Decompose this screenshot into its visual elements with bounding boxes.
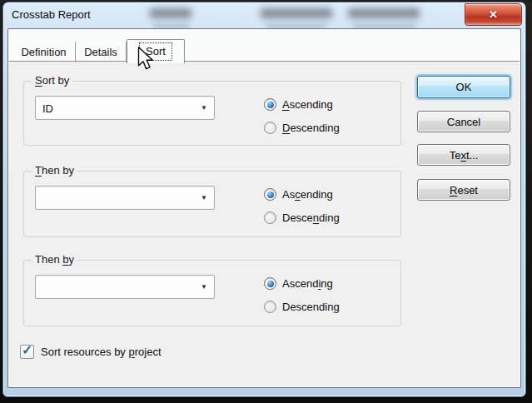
dropdown-arrow-icon[interactable]: ▼ xyxy=(201,104,207,111)
title-bar[interactable]: Crosstab Report xyxy=(3,2,525,27)
ok-button[interactable]: OK xyxy=(417,76,510,98)
radio-unselected-icon[interactable] xyxy=(264,301,276,313)
then-by-1-ascending-radio[interactable]: Ascending xyxy=(264,188,333,201)
mouse-cursor-icon xyxy=(137,47,155,72)
close-button[interactable]: ✕ xyxy=(465,3,522,26)
sort-by-legend: Sort by xyxy=(32,74,72,87)
then-by-combobox-1[interactable]: ▼ xyxy=(35,186,215,210)
sort-by-combobox[interactable]: ID ▼ xyxy=(35,96,215,120)
radio-selected-icon[interactable] xyxy=(264,188,276,201)
tab-definition-label: Definition xyxy=(21,46,66,58)
tab-sort[interactable]: Sort xyxy=(127,39,185,63)
radio-selected-icon[interactable] xyxy=(264,98,276,111)
dropdown-arrow-icon[interactable]: ▼ xyxy=(201,283,207,290)
close-icon: ✕ xyxy=(489,9,498,20)
screenshot-canvas: Crosstab Report ✕ Definition Details xyxy=(0,0,532,403)
then-by-1-descending-radio[interactable]: Descending xyxy=(264,211,340,224)
then-by-group-2: Then by ▼ Ascending Descending xyxy=(23,260,401,326)
text-button[interactable]: Text... xyxy=(417,144,510,166)
descending-label: Descending xyxy=(282,301,340,313)
glass-bleedthrough-blob xyxy=(348,8,420,18)
tab-details[interactable]: Details xyxy=(76,42,127,62)
sort-resources-checkbox-row[interactable]: ✓ Sort resources by project xyxy=(20,345,162,359)
ascending-label: Ascending xyxy=(282,188,333,201)
radio-selected-icon[interactable] xyxy=(264,277,276,290)
sort-by-descending-radio[interactable]: Descending xyxy=(264,122,340,134)
then-by-legend-2: Then by xyxy=(32,253,77,266)
radio-unselected-icon[interactable] xyxy=(264,122,276,134)
window-title: Crosstab Report xyxy=(12,8,91,21)
then-by-group-1: Then by ▼ Ascending Descending xyxy=(23,171,401,237)
tab-definition[interactable]: Definition xyxy=(12,42,76,62)
reset-button[interactable]: Reset xyxy=(417,179,510,201)
cancel-button[interactable]: Cancel xyxy=(417,111,510,132)
reset-button-label: Reset xyxy=(450,184,478,197)
sort-by-combobox-value: ID xyxy=(42,102,53,114)
ascending-label: Ascending xyxy=(282,98,333,111)
crosstab-report-dialog: Crosstab Report ✕ Definition Details xyxy=(2,2,526,397)
then-by-combobox-2[interactable]: ▼ xyxy=(35,275,215,299)
sort-resources-label[interactable]: Sort resources by project xyxy=(41,346,162,358)
descending-label: Descending xyxy=(282,211,340,224)
checkbox-checked-icon[interactable]: ✓ xyxy=(20,345,34,359)
then-by-2-ascending-radio[interactable]: Ascending xyxy=(264,277,333,290)
dropdown-arrow-icon[interactable]: ▼ xyxy=(201,194,207,201)
ascending-label: Ascending xyxy=(282,277,333,290)
cancel-button-label: Cancel xyxy=(447,116,480,128)
check-icon: ✓ xyxy=(22,342,32,358)
dialog-client-area: Definition Details Sort Sort by ID ▼ xyxy=(7,28,521,388)
then-by-2-descending-radio[interactable]: Descending xyxy=(264,301,340,313)
sort-by-ascending-radio[interactable]: Ascending xyxy=(264,98,333,111)
ok-button-label: OK xyxy=(456,81,472,93)
text-button-label: Text... xyxy=(450,149,479,162)
sort-by-group: Sort by ID ▼ Ascending Descending xyxy=(23,81,401,146)
descending-label: Descending xyxy=(282,122,340,134)
then-by-legend-1: Then by xyxy=(32,164,77,177)
tab-details-label: Details xyxy=(84,46,117,58)
glass-bleedthrough-blob xyxy=(150,8,191,18)
radio-unselected-icon[interactable] xyxy=(264,211,276,224)
glass-bleedthrough-blob xyxy=(261,8,332,18)
